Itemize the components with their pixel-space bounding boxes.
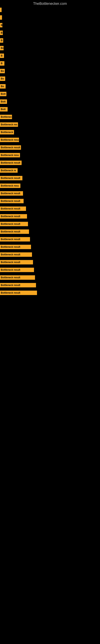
bar-fill: Bottleneck <box>0 130 14 134</box>
bar-fill: Bottleneck result <box>0 237 30 242</box>
bars-container: BBBBoBBBoBoBoBottBottBottBottlenecBottle… <box>0 6 100 297</box>
bar-item: Bottleneck res <box>0 122 100 128</box>
bar-fill: Bottleneck result <box>0 199 24 203</box>
bar-fill: Bo <box>0 76 5 81</box>
bar-item: Bottleneck result <box>0 260 100 265</box>
bar-item: Bottleneck result <box>0 221 100 227</box>
bar-item: Bottleneck result <box>0 275 100 280</box>
bar-fill: Bottleneck result <box>0 160 22 165</box>
bar-item: B <box>0 38 100 43</box>
bar-fill: Bo <box>0 84 6 88</box>
bar-fill: Bottleneck result <box>0 214 27 218</box>
bar-item: Bottleneck result <box>0 236 100 242</box>
bar-item: Bottleneck result <box>0 175 100 181</box>
bar-item: Bottleneck result <box>0 267 100 273</box>
bar-fill: Bottleneck result <box>0 230 29 234</box>
bar-fill: Bottleneck result <box>0 222 28 226</box>
bar-item: Bottleneck result <box>0 190 100 196</box>
bar-fill: Bott <box>0 107 8 112</box>
bar-item <box>0 7 100 13</box>
bar-fill: Bottleneck result <box>0 145 21 150</box>
bar-fill: Bottleneck result <box>0 290 37 295</box>
bar-fill: B <box>0 30 3 35</box>
bar-item: Bottleneck re <box>0 168 100 173</box>
bar-item: Bo <box>0 84 100 89</box>
bar-fill: Bo <box>0 69 5 73</box>
bar-item: B <box>0 53 100 58</box>
bar-list: BBBBoBBBoBoBoBottBottBottBottlenecBottle… <box>0 6 100 297</box>
bar-fill: B <box>0 61 4 66</box>
bar-item: Bott <box>0 99 100 104</box>
bar-fill: Bottleneck result <box>0 191 23 196</box>
bar-fill: Bottlenec <box>0 115 12 119</box>
bar-item: Bottleneck result <box>0 252 100 258</box>
bar-fill: Bottleneck result <box>0 260 33 264</box>
bar-item: Bottleneck result <box>0 160 100 166</box>
bar-item: Bott <box>0 106 100 112</box>
bar-item: Bottleneck result <box>0 244 100 250</box>
bar-fill: B <box>0 54 4 58</box>
bar-fill: Bottleneck result <box>0 283 36 288</box>
bar-fill: B <box>0 23 2 27</box>
bar-fill: Bo <box>0 46 3 50</box>
bar-fill <box>0 15 2 20</box>
bar-item: Bottleneck result <box>0 229 100 234</box>
bar-fill: Bottleneck resu <box>0 184 20 188</box>
bar-item: Bottleneck result <box>0 290 100 296</box>
bar-item: Bottleneck resu <box>0 137 100 143</box>
bar-fill: Bottleneck resu <box>0 138 19 142</box>
bar-item: Bottlenec <box>0 114 100 120</box>
bar-fill: Bottleneck result <box>0 275 35 280</box>
bar-fill <box>0 8 1 12</box>
bar-item: Bottleneck <box>0 130 100 135</box>
bar-item: Bottleneck result <box>0 206 100 212</box>
bar-fill: Bottleneck resu <box>0 153 20 158</box>
bar-item: B <box>0 22 100 28</box>
bar-item: Bottleneck result <box>0 214 100 219</box>
bar-item: Bottleneck result <box>0 198 100 204</box>
bar-fill: Bott <box>0 100 7 104</box>
bar-item: Bottleneck resu <box>0 152 100 158</box>
bar-item: B <box>0 30 100 36</box>
bar-fill: Bottleneck res <box>0 122 18 127</box>
bar-item: Bottleneck result <box>0 145 100 150</box>
bar-item: Bo <box>0 68 100 74</box>
bar-item: Bottleneck resu <box>0 183 100 188</box>
bar-fill: Bottleneck result <box>0 206 26 211</box>
bar-item: Bo <box>0 45 100 51</box>
bar-fill: Bottleneck result <box>0 252 32 257</box>
bar-item: B <box>0 60 100 66</box>
bar-item: Bott <box>0 91 100 97</box>
bar-fill: Bottleneck result <box>0 268 34 272</box>
bar-item <box>0 15 100 20</box>
bar-fill: Bottleneck result <box>0 245 31 249</box>
bar-fill: B <box>0 38 3 43</box>
bar-fill: Bottleneck result <box>0 176 22 180</box>
bar-item: Bo <box>0 76 100 82</box>
bar-fill: Bottleneck re <box>0 168 18 173</box>
bar-fill: Bott <box>0 92 6 96</box>
bar-item: Bottleneck result <box>0 282 100 288</box>
